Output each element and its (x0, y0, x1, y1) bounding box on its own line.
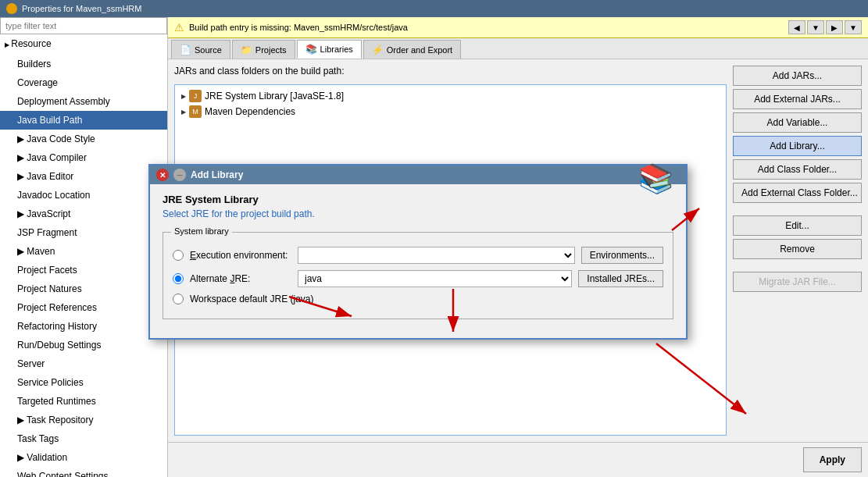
apply-button[interactable]: Apply (803, 447, 862, 472)
sidebar-item-refactoring-history[interactable]: Refactoring History (0, 317, 167, 336)
add-variable-button[interactable]: Add Variable... (733, 112, 862, 133)
maven-label: Maven Dependencies (205, 106, 295, 117)
tab-order-label: Order and Export (387, 45, 452, 55)
remove-button[interactable]: Remove (733, 239, 862, 259)
libraries-tab-icon: 📚 (305, 44, 317, 55)
sidebar-item-resource[interactable]: Resource (0, 34, 167, 55)
workspace-default-row: Workspace default JRE (java) (173, 294, 663, 304)
jre-icon: J (189, 90, 202, 102)
add-external-class-folder-button[interactable]: Add External Class Folder... (733, 183, 862, 203)
alternate-jre-select[interactable]: java (298, 270, 572, 287)
sidebar-item-java-editor[interactable]: ▶ Java Editor (0, 167, 167, 186)
dialog-subtitle: JRE System Library (163, 194, 315, 205)
dialog-description: Select JRE for the project build path. (163, 208, 315, 219)
sidebar-item-task-repository[interactable]: ▶ Task Repository (0, 411, 167, 429)
sidebar-item-web-content-settings[interactable]: Web Content Settings (0, 467, 167, 477)
title-icon (6, 3, 17, 14)
dialog-content: JRE System Library Select JRE for the pr… (150, 184, 686, 338)
sidebar-item-maven[interactable]: ▶ Maven (0, 242, 167, 261)
sidebar-item-java-build-path[interactable]: Java Build Path (0, 111, 167, 130)
tab-libraries-label: Libraries (320, 44, 353, 54)
installed-jres-button[interactable]: Installed JREs... (578, 270, 663, 287)
sidebar-item-java-compiler[interactable]: ▶ Java Compiler (0, 148, 167, 167)
tab-libraries[interactable]: 📚 Libraries (297, 40, 362, 59)
workspace-default-radio[interactable] (173, 294, 184, 304)
dialog-library-icon: 📚 (638, 162, 673, 195)
sidebar-item-deployment-assembly[interactable]: Deployment Assembly (0, 92, 167, 111)
add-jars-button[interactable]: Add JARs... (733, 66, 862, 86)
sidebar-item-project-references[interactable]: Project References (0, 298, 167, 317)
add-class-folder-button[interactable]: Add Class Folder... (733, 159, 862, 180)
execution-environment-row: Execution environment: Environments... (173, 247, 663, 264)
sidebar-item-run/debug-settings[interactable]: Run/Debug Settings (0, 336, 167, 354)
add-library-button[interactable]: Add Library... (733, 136, 862, 156)
maven-icon: M (189, 105, 202, 118)
nav-buttons: ◀ ▼ ▶ ▼ (788, 20, 862, 34)
dialog-title-bar: ✕ ─ Add Library (150, 166, 686, 184)
title-bar: Properties for Maven_ssmHRM (0, 0, 868, 17)
tab-order-export[interactable]: ⚡ Order and Export (363, 40, 461, 59)
expand-arrow-jre: ▶ (181, 93, 186, 100)
alternate-jre-radio[interactable] (173, 273, 184, 284)
source-tab-icon: 📄 (180, 44, 191, 55)
sidebar-item-coverage[interactable]: Coverage (0, 73, 167, 92)
tab-projects[interactable]: 📁 Projects (232, 40, 295, 59)
expand-arrow-maven: ▶ (181, 109, 186, 116)
build-path-buttons: Add JARs... Add External JARs... Add Var… (733, 66, 862, 436)
execution-environment-radio[interactable] (173, 250, 184, 261)
environments-button[interactable]: Environments... (581, 247, 663, 264)
dialog-close-button[interactable]: ✕ (156, 169, 169, 181)
sidebar-item-project-facets[interactable]: Project Facets (0, 261, 167, 279)
warning-icon: ⚠ (174, 21, 184, 34)
nav-menu-button[interactable]: ▼ (845, 20, 862, 34)
system-library-label: System library (171, 226, 232, 236)
workspace-default-label: Workspace default JRE (java) (190, 294, 314, 304)
jre-label: JRE System Library [JavaSE-1.8] (205, 91, 344, 101)
build-list-item-maven[interactable]: ▶ M Maven Dependencies (178, 104, 723, 119)
sidebar-item-jsp-fragment[interactable]: JSP Fragment (0, 223, 167, 242)
projects-tab-icon: 📁 (241, 44, 252, 55)
sidebar-item-server[interactable]: Server (0, 354, 167, 373)
dialog-min-button[interactable]: ─ (173, 169, 186, 181)
warning-bar: ⚠ Build path entry is missing: Maven_ssm… (168, 17, 868, 38)
filter-input[interactable] (0, 17, 167, 34)
execution-environment-label: Execution environment: (190, 250, 291, 261)
edit-button[interactable]: Edit... (733, 215, 862, 236)
system-library-group: System library Execution environment: En… (163, 232, 673, 319)
migrate-jar-button[interactable]: Migrate JAR File... (733, 272, 862, 292)
add-external-jars-button[interactable]: Add External JARs... (733, 89, 862, 109)
sidebar-item-javadoc-location[interactable]: Javadoc Location (0, 186, 167, 205)
alternate-jre-label: Alternate JRE: (190, 273, 291, 284)
build-list-item-jre[interactable]: ▶ J JRE System Library [JavaSE-1.8] (178, 88, 723, 104)
dialog-title: Add Library (191, 169, 243, 180)
sidebar-item-task-tags[interactable]: Task Tags (0, 429, 167, 448)
tab-bar: 📄 Source 📁 Projects 📚 Libraries ⚡ Order … (168, 38, 868, 59)
sidebar-item-targeted-runtimes[interactable]: Targeted Runtimes (0, 392, 167, 411)
nav-back-button[interactable]: ◀ (788, 20, 805, 34)
execution-environment-select[interactable] (298, 247, 575, 264)
build-path-description: JARs and class folders on the build path… (174, 66, 727, 77)
nav-dropdown-button[interactable]: ▼ (807, 20, 824, 34)
add-library-dialog[interactable]: ✕ ─ Add Library JRE System Library Selec… (148, 164, 688, 340)
tab-projects-label: Projects (255, 45, 287, 55)
title-text: Properties for Maven_ssmHRM (22, 4, 141, 13)
sidebar-item-javascript[interactable]: ▶ JavaScript (0, 205, 167, 223)
bottom-bar: Apply (168, 442, 868, 477)
nav-forward-button[interactable]: ▶ (826, 20, 843, 34)
tab-source[interactable]: 📄 Source (171, 40, 230, 59)
sidebar-item-builders[interactable]: Builders (0, 55, 167, 73)
alternate-jre-row: Alternate JRE: java Installed JREs... (173, 270, 663, 287)
sidebar: ResourceBuildersCoverageDeployment Assem… (0, 17, 168, 477)
tab-source-label: Source (195, 45, 222, 55)
sidebar-item-service-policies[interactable]: Service Policies (0, 373, 167, 392)
order-tab-icon: ⚡ (372, 44, 384, 55)
sidebar-item-java-code-style[interactable]: ▶ Java Code Style (0, 130, 167, 148)
warning-message: Build path entry is missing: Maven_ssmHR… (189, 23, 408, 32)
sidebar-items-container: ResourceBuildersCoverageDeployment Assem… (0, 34, 167, 477)
sidebar-item-validation[interactable]: ▶ Validation (0, 448, 167, 467)
sidebar-item-project-natures[interactable]: Project Natures (0, 279, 167, 298)
